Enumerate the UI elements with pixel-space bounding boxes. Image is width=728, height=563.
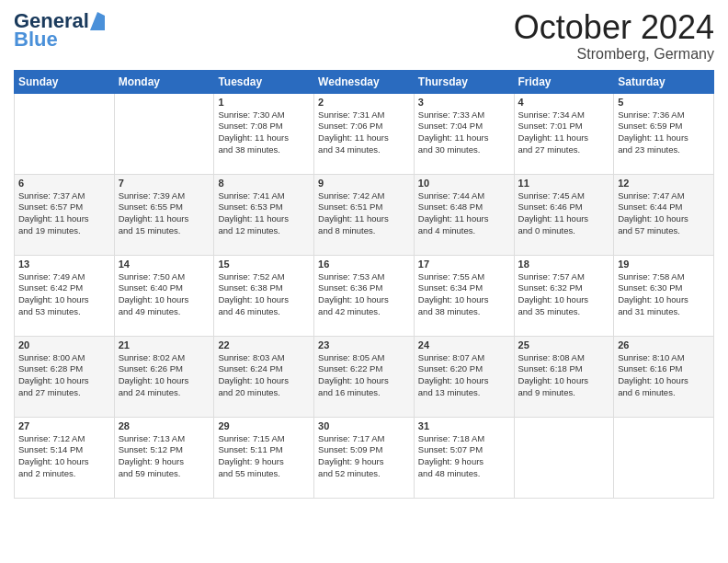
day-cell: 16Sunrise: 7:53 AMSunset: 6:36 PMDayligh… bbox=[314, 255, 415, 336]
day-cell: 27Sunrise: 7:12 AMSunset: 5:14 PMDayligh… bbox=[15, 417, 115, 498]
day-cell: 29Sunrise: 7:15 AMSunset: 5:11 PMDayligh… bbox=[214, 417, 314, 498]
day-number: 7 bbox=[119, 178, 210, 189]
day-info: Sunrise: 7:34 AMSunset: 7:01 PMDaylight:… bbox=[518, 109, 610, 156]
day-cell: 24Sunrise: 8:07 AMSunset: 6:20 PMDayligh… bbox=[414, 336, 514, 417]
day-number: 17 bbox=[418, 259, 510, 270]
day-number: 22 bbox=[218, 339, 310, 350]
day-info: Sunrise: 7:55 AMSunset: 6:34 PMDaylight:… bbox=[418, 271, 510, 318]
day-cell: 6Sunrise: 7:37 AMSunset: 6:57 PMDaylight… bbox=[15, 174, 115, 255]
day-number: 15 bbox=[218, 259, 310, 270]
day-info: Sunrise: 8:05 AMSunset: 6:22 PMDaylight:… bbox=[318, 352, 410, 399]
day-cell: 23Sunrise: 8:05 AMSunset: 6:22 PMDayligh… bbox=[314, 336, 415, 417]
day-info: Sunrise: 7:50 AMSunset: 6:40 PMDaylight:… bbox=[119, 271, 210, 318]
day-info: Sunrise: 7:44 AMSunset: 6:48 PMDaylight:… bbox=[418, 190, 510, 237]
day-cell: 26Sunrise: 8:10 AMSunset: 6:16 PMDayligh… bbox=[614, 336, 714, 417]
day-cell: 21Sunrise: 8:02 AMSunset: 6:26 PMDayligh… bbox=[114, 336, 214, 417]
day-cell: 13Sunrise: 7:49 AMSunset: 6:42 PMDayligh… bbox=[15, 255, 115, 336]
day-info: Sunrise: 8:00 AMSunset: 6:28 PMDaylight:… bbox=[18, 352, 110, 399]
day-header-sunday: Sunday bbox=[15, 70, 115, 93]
day-header-friday: Friday bbox=[514, 70, 614, 93]
day-info: Sunrise: 8:07 AMSunset: 6:20 PMDaylight:… bbox=[418, 352, 510, 399]
day-number: 8 bbox=[218, 178, 310, 189]
day-cell: 17Sunrise: 7:55 AMSunset: 6:34 PMDayligh… bbox=[414, 255, 514, 336]
day-number: 4 bbox=[518, 97, 610, 108]
day-cell: 31Sunrise: 7:18 AMSunset: 5:07 PMDayligh… bbox=[414, 417, 514, 498]
day-info: Sunrise: 7:36 AMSunset: 6:59 PMDaylight:… bbox=[618, 109, 710, 156]
header: General Blue October 2024 Stromberg, Ger… bbox=[14, 9, 714, 63]
day-number: 25 bbox=[518, 339, 610, 350]
day-number: 10 bbox=[418, 178, 510, 189]
day-cell: 14Sunrise: 7:50 AMSunset: 6:40 PMDayligh… bbox=[114, 255, 214, 336]
day-number: 12 bbox=[618, 178, 710, 189]
day-info: Sunrise: 7:37 AMSunset: 6:57 PMDaylight:… bbox=[18, 190, 110, 237]
day-cell: 25Sunrise: 8:08 AMSunset: 6:18 PMDayligh… bbox=[514, 336, 614, 417]
day-header-thursday: Thursday bbox=[414, 70, 514, 93]
calendar-page: General Blue October 2024 Stromberg, Ger… bbox=[0, 0, 728, 563]
day-info: Sunrise: 7:52 AMSunset: 6:38 PMDaylight:… bbox=[218, 271, 310, 318]
day-number: 27 bbox=[18, 420, 110, 431]
day-number: 21 bbox=[119, 339, 210, 350]
day-info: Sunrise: 7:12 AMSunset: 5:14 PMDaylight:… bbox=[18, 433, 110, 480]
day-info: Sunrise: 7:49 AMSunset: 6:42 PMDaylight:… bbox=[18, 271, 110, 318]
week-row-5: 27Sunrise: 7:12 AMSunset: 5:14 PMDayligh… bbox=[15, 417, 714, 498]
day-header-wednesday: Wednesday bbox=[314, 70, 415, 93]
week-row-4: 20Sunrise: 8:00 AMSunset: 6:28 PMDayligh… bbox=[15, 336, 714, 417]
day-info: Sunrise: 7:45 AMSunset: 6:46 PMDaylight:… bbox=[518, 190, 610, 237]
day-info: Sunrise: 8:02 AMSunset: 6:26 PMDaylight:… bbox=[119, 352, 210, 399]
day-cell: 28Sunrise: 7:13 AMSunset: 5:12 PMDayligh… bbox=[114, 417, 214, 498]
day-cell: 18Sunrise: 7:57 AMSunset: 6:32 PMDayligh… bbox=[514, 255, 614, 336]
day-cell: 11Sunrise: 7:45 AMSunset: 6:46 PMDayligh… bbox=[514, 174, 614, 255]
day-info: Sunrise: 8:10 AMSunset: 6:16 PMDaylight:… bbox=[618, 352, 710, 399]
day-number: 9 bbox=[318, 178, 410, 189]
day-number: 2 bbox=[318, 97, 410, 108]
day-number: 28 bbox=[119, 420, 210, 431]
day-info: Sunrise: 7:30 AMSunset: 7:08 PMDaylight:… bbox=[218, 109, 310, 156]
day-cell: 8Sunrise: 7:41 AMSunset: 6:53 PMDaylight… bbox=[214, 174, 314, 255]
day-number: 11 bbox=[518, 178, 610, 189]
day-cell: 20Sunrise: 8:00 AMSunset: 6:28 PMDayligh… bbox=[15, 336, 115, 417]
day-info: Sunrise: 8:08 AMSunset: 6:18 PMDaylight:… bbox=[518, 352, 610, 399]
day-number: 16 bbox=[318, 259, 410, 270]
day-number: 29 bbox=[218, 420, 310, 431]
day-info: Sunrise: 7:42 AMSunset: 6:51 PMDaylight:… bbox=[318, 190, 410, 237]
day-number: 1 bbox=[218, 97, 310, 108]
day-cell: 3Sunrise: 7:33 AMSunset: 7:04 PMDaylight… bbox=[414, 93, 514, 174]
day-cell bbox=[514, 417, 614, 498]
day-cell: 22Sunrise: 8:03 AMSunset: 6:24 PMDayligh… bbox=[214, 336, 314, 417]
day-number: 30 bbox=[318, 420, 410, 431]
day-info: Sunrise: 7:15 AMSunset: 5:11 PMDaylight:… bbox=[218, 433, 310, 480]
logo-area: General Blue bbox=[14, 9, 106, 52]
day-number: 3 bbox=[418, 97, 510, 108]
day-number: 19 bbox=[618, 259, 710, 270]
title-area: October 2024 Stromberg, Germany bbox=[514, 9, 714, 63]
day-info: Sunrise: 7:39 AMSunset: 6:55 PMDaylight:… bbox=[119, 190, 210, 237]
day-header-tuesday: Tuesday bbox=[214, 70, 314, 93]
day-cell: 10Sunrise: 7:44 AMSunset: 6:48 PMDayligh… bbox=[414, 174, 514, 255]
day-number: 23 bbox=[318, 339, 410, 350]
day-cell: 12Sunrise: 7:47 AMSunset: 6:44 PMDayligh… bbox=[614, 174, 714, 255]
week-row-1: 1Sunrise: 7:30 AMSunset: 7:08 PMDaylight… bbox=[15, 93, 714, 174]
week-row-2: 6Sunrise: 7:37 AMSunset: 6:57 PMDaylight… bbox=[15, 174, 714, 255]
day-header-saturday: Saturday bbox=[614, 70, 714, 93]
logo-blue-text: Blue bbox=[14, 28, 58, 52]
location-title: Stromberg, Germany bbox=[514, 46, 714, 63]
day-cell: 19Sunrise: 7:58 AMSunset: 6:30 PMDayligh… bbox=[614, 255, 714, 336]
day-info: Sunrise: 7:17 AMSunset: 5:09 PMDaylight:… bbox=[318, 433, 410, 480]
day-cell bbox=[15, 93, 115, 174]
day-number: 24 bbox=[418, 339, 510, 350]
day-cell: 30Sunrise: 7:17 AMSunset: 5:09 PMDayligh… bbox=[314, 417, 415, 498]
day-number: 18 bbox=[518, 259, 610, 270]
day-info: Sunrise: 7:13 AMSunset: 5:12 PMDaylight:… bbox=[119, 433, 210, 480]
day-info: Sunrise: 7:58 AMSunset: 6:30 PMDaylight:… bbox=[618, 271, 710, 318]
day-info: Sunrise: 7:18 AMSunset: 5:07 PMDaylight:… bbox=[418, 433, 510, 480]
day-number: 20 bbox=[18, 339, 110, 350]
day-number: 31 bbox=[418, 420, 510, 431]
logo-icon bbox=[90, 12, 105, 30]
day-cell: 5Sunrise: 7:36 AMSunset: 6:59 PMDaylight… bbox=[614, 93, 714, 174]
calendar-table: SundayMondayTuesdayWednesdayThursdayFrid… bbox=[14, 70, 714, 499]
day-info: Sunrise: 7:53 AMSunset: 6:36 PMDaylight:… bbox=[318, 271, 410, 318]
day-cell: 7Sunrise: 7:39 AMSunset: 6:55 PMDaylight… bbox=[114, 174, 214, 255]
svg-marker-0 bbox=[90, 12, 105, 30]
day-number: 13 bbox=[18, 259, 110, 270]
day-cell: 2Sunrise: 7:31 AMSunset: 7:06 PMDaylight… bbox=[314, 93, 415, 174]
